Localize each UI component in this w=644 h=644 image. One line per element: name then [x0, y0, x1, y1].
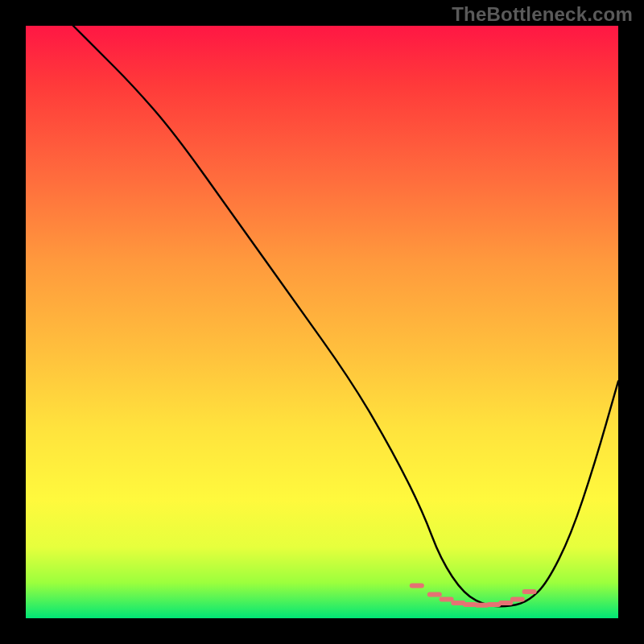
curve-svg [26, 26, 618, 618]
bottleneck-curve [73, 26, 618, 606]
watermark-label: TheBottleneck.com [452, 3, 633, 26]
chart-frame: TheBottleneck.com [0, 0, 644, 644]
optimal-zone-markers [412, 586, 535, 605]
plot-area [26, 26, 618, 618]
